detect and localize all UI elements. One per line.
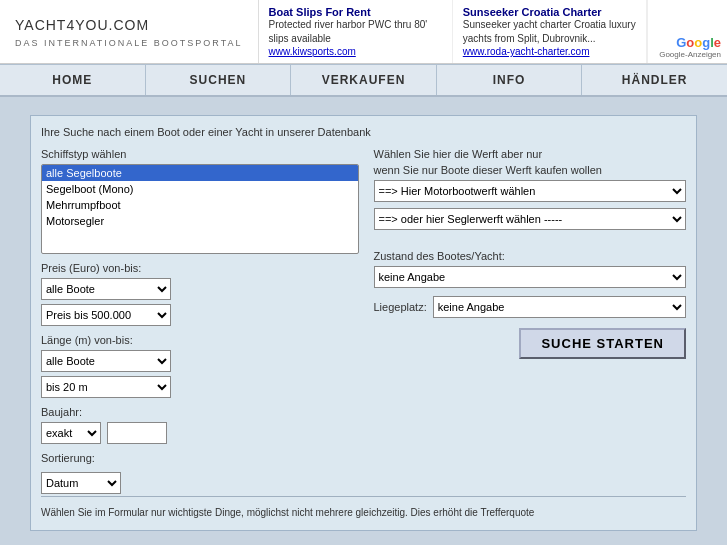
schiffstyp-option-1: Segelboot (Mono)	[42, 181, 358, 197]
baujahr-label: Baujahr:	[41, 406, 359, 418]
laenge-von-select[interactable]: alle Boote	[41, 350, 171, 372]
spacer	[0, 97, 727, 107]
baujahr-row: exakt	[41, 422, 359, 444]
ad-block-1: Boat Slips For Rent Protected river harb…	[259, 0, 453, 63]
preis-bis-select[interactable]: Preis bis 500.000	[41, 304, 171, 326]
schiffstyp-option-0: alle Segelboote	[42, 165, 358, 181]
werft-sublabel: wenn Sie nur Boote dieser Werft kaufen w…	[374, 164, 687, 176]
nav-haendler[interactable]: HÄNDLER	[582, 65, 727, 95]
werft-segler-select[interactable]: ==> oder hier Seglerwerft wählen -----	[374, 208, 687, 230]
search-box: Ihre Suche nach einem Boot oder einer Ya…	[30, 115, 697, 531]
sortierung-select[interactable]: Datum	[41, 472, 121, 494]
zustand-row: keine Angabe	[374, 266, 687, 288]
liegeplatz-select[interactable]: keine Angabe	[433, 296, 686, 318]
schiffstyp-label: Schiffstyp wählen	[41, 148, 359, 160]
preis-selects: alle Boote Preis bis 500.000	[41, 278, 359, 326]
nav-suchen[interactable]: SUCHEN	[146, 65, 292, 95]
nav-info[interactable]: INFO	[437, 65, 583, 95]
search-btn-row: SUCHE STARTEN	[374, 328, 687, 359]
laenge-label: Länge (m) von-bis:	[41, 334, 359, 346]
ad2-text: Sunseeker yacht charter Croatia luxury y…	[463, 18, 636, 46]
logo: YACHT4YOU.COM	[15, 10, 243, 36]
nav-home[interactable]: HOME	[0, 65, 146, 95]
liegeplatz-row: Liegeplatz: keine Angabe	[374, 296, 687, 318]
laenge-bis-select[interactable]: bis 20 m	[41, 376, 171, 398]
zustand-label: Zustand des Bootes/Yacht:	[374, 250, 687, 262]
schiffstyp-select[interactable]: alle Segelboote Segelboot (Mono) Mehrrum…	[41, 164, 359, 254]
sortierung-row: Datum	[41, 472, 359, 494]
logo-area: YACHT4YOU.COM DAS INTERNATIONALE BOOTSPO…	[0, 0, 258, 63]
sortierung-label: Sortierung:	[41, 452, 359, 464]
tagline: DAS INTERNATIONALE BOOTSPORTAL	[15, 38, 243, 48]
preis-von-select[interactable]: alle Boote	[41, 278, 171, 300]
schiffstyp-option-2: Mehrrumpfboot	[42, 197, 358, 213]
search-button[interactable]: SUCHE STARTEN	[519, 328, 686, 359]
main-content: Ihre Suche nach einem Boot oder einer Ya…	[0, 107, 727, 541]
nav-verkaufen[interactable]: VERKAUFEN	[291, 65, 437, 95]
right-column: Wählen Sie hier die Werft aber nur wenn …	[369, 148, 687, 494]
liegeplatz-label: Liegeplatz:	[374, 301, 427, 313]
ads-area: Boat Slips For Rent Protected river harb…	[258, 0, 727, 63]
divider	[41, 496, 686, 497]
google-badge: Google Google-Anzeigen	[647, 0, 727, 63]
werft-label: Wählen Sie hier die Werft aber nur	[374, 148, 687, 160]
zustand-select[interactable]: keine Angabe	[374, 266, 687, 288]
main-nav: HOME SUCHEN VERKAUFEN INFO HÄNDLER	[0, 64, 727, 97]
werft2-row: ==> oder hier Seglerwerft wählen -----	[374, 208, 687, 230]
ad2-title: Sunseeker Croatia Charter	[463, 6, 636, 18]
ad1-title: Boat Slips For Rent	[269, 6, 442, 18]
ad1-text: Protected river harbor PWC thru 80' slip…	[269, 18, 442, 46]
google-logo: Google	[676, 35, 721, 50]
laenge-selects: alle Boote bis 20 m	[41, 350, 359, 398]
baujahr-input[interactable]	[107, 422, 167, 444]
search-grid: Schiffstyp wählen alle Segelboote Segelb…	[41, 148, 686, 494]
schiffstyp-option-3: Motorsegler	[42, 213, 358, 229]
ad-block-2: Sunseeker Croatia Charter Sunseeker yach…	[453, 0, 647, 63]
left-column: Schiffstyp wählen alle Segelboote Segelb…	[41, 148, 359, 494]
ad2-link[interactable]: www.roda-yacht-charter.com	[463, 46, 590, 57]
baujahr-type-select[interactable]: exakt	[41, 422, 101, 444]
header: YACHT4YOU.COM DAS INTERNATIONALE BOOTSPO…	[0, 0, 727, 64]
search-title: Ihre Suche nach einem Boot oder einer Ya…	[41, 126, 686, 138]
werft-motor-select[interactable]: ==> Hier Motorbootwerft wählen	[374, 180, 687, 202]
bottom-bar: Die 25 letzten Verkaufsangebote	[0, 541, 727, 545]
info-text: Wählen Sie im Formular nur wichtigste Di…	[41, 503, 686, 520]
google-anzeigen-label: Google-Anzeigen	[659, 50, 721, 59]
right-col-inner: Wählen Sie hier die Werft aber nur wenn …	[369, 148, 687, 359]
werft1-row: ==> Hier Motorbootwerft wählen	[374, 180, 687, 202]
preis-label: Preis (Euro) von-bis:	[41, 262, 359, 274]
ad1-link[interactable]: www.kiwsports.com	[269, 46, 356, 57]
